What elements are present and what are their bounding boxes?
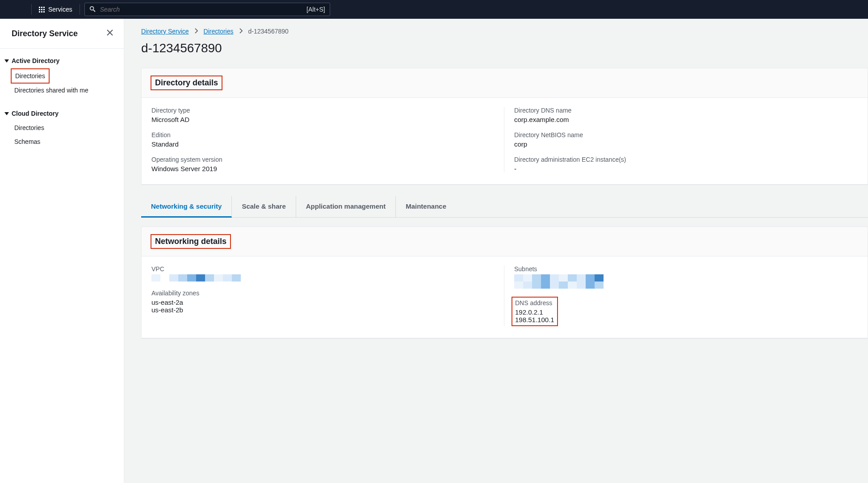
field-label-os-version: Operating system version <box>151 156 495 163</box>
close-icon[interactable] <box>105 28 115 39</box>
services-menu-button[interactable]: Services <box>36 5 75 14</box>
field-label-directory-type: Directory type <box>151 107 495 114</box>
search-box[interactable]: [Alt+S] <box>84 3 330 16</box>
sidebar-section-toggle[interactable]: Active Directory <box>4 55 119 67</box>
tabs: Networking & security Scale & share Appl… <box>141 196 868 218</box>
field-value-ec2: - <box>514 165 858 172</box>
field-label-edition: Edition <box>151 131 495 139</box>
field-value-dns-address: 192.0.2.1 198.51.100.1 <box>515 308 554 323</box>
panel-title: Directory details <box>155 78 218 88</box>
redacted-subnets-value <box>514 274 608 289</box>
chevron-right-icon <box>194 28 198 35</box>
search-kbd-hint: [Alt+S] <box>306 6 325 13</box>
topbar: Services [Alt+S] <box>0 0 868 19</box>
sidebar-section-toggle[interactable]: Cloud Directory <box>4 108 119 119</box>
field-label-netbios: Directory NetBIOS name <box>514 131 858 139</box>
field-label-ec2: Directory administration EC2 instance(s) <box>514 156 858 163</box>
breadcrumb-link-service[interactable]: Directory Service <box>141 28 189 35</box>
sidebar-section-label: Active Directory <box>12 57 59 64</box>
field-label-subnets: Subnets <box>514 265 858 273</box>
sidebar-item-schemas[interactable]: Schemas <box>11 135 44 148</box>
breadcrumb-current: d-1234567890 <box>248 28 289 35</box>
main: Directory Service Directories d-12345678… <box>124 19 868 483</box>
sidebar-item-directories-shared[interactable]: Directories shared with me <box>11 84 92 97</box>
sidebar-section-cloud-directory: Cloud Directory Directories Schemas <box>0 101 124 152</box>
search-icon <box>89 6 96 13</box>
sidebar-item-directories[interactable]: Directories <box>11 68 50 84</box>
panel-header: Networking details <box>142 227 868 256</box>
panel-title: Networking details <box>155 237 226 246</box>
field-value-directory-type: Microsoft AD <box>151 116 495 123</box>
directory-details-panel: Directory details Directory type Microso… <box>141 68 868 185</box>
breadcrumb-link-directories[interactable]: Directories <box>204 28 234 35</box>
caret-down-icon <box>4 57 9 65</box>
field-value-availability-zones: us-east-2a us-east-2b <box>151 298 495 314</box>
svg-marker-1 <box>4 112 9 115</box>
chevron-right-icon <box>239 28 243 35</box>
sidebar-section-label: Cloud Directory <box>12 110 59 117</box>
sidebar-title: Directory Service <box>12 29 78 38</box>
page-title: d-1234567890 <box>141 37 868 68</box>
panel-header: Directory details <box>142 68 868 98</box>
field-value-dns-name: corp.example.com <box>514 116 858 123</box>
tab-maintenance[interactable]: Maintenance <box>396 196 456 217</box>
grid-icon <box>39 7 45 13</box>
sidebar-section-active-directory: Active Directory Directories Directories… <box>0 49 124 101</box>
tab-scale-share[interactable]: Scale & share <box>232 196 296 217</box>
sidebar-item-cloud-directories[interactable]: Directories <box>11 121 48 134</box>
field-value-edition: Standard <box>151 140 495 148</box>
sidebar: Directory Service Active Directory Direc… <box>0 19 124 483</box>
topbar-divider <box>80 4 80 15</box>
sidebar-header: Directory Service <box>0 19 124 49</box>
caret-down-icon <box>4 109 9 118</box>
search-input[interactable] <box>100 6 302 13</box>
field-value-netbios: corp <box>514 140 858 148</box>
field-label-dns-name: Directory DNS name <box>514 107 858 114</box>
tab-application-management[interactable]: Application management <box>296 196 396 217</box>
breadcrumb: Directory Service Directories d-12345678… <box>141 23 868 37</box>
field-value-os-version: Windows Server 2019 <box>151 165 495 172</box>
topbar-divider <box>31 4 32 15</box>
svg-marker-0 <box>4 59 9 63</box>
field-label-vpc: VPC <box>151 265 495 273</box>
field-label-availability-zones: Availability zones <box>151 290 495 297</box>
redacted-vpc-value <box>151 274 241 281</box>
services-label: Services <box>48 6 72 13</box>
networking-details-panel: Networking details VPC Availability zone <box>141 227 868 338</box>
field-label-dns-address: DNS address <box>515 299 554 307</box>
tab-networking-security[interactable]: Networking & security <box>141 196 232 218</box>
